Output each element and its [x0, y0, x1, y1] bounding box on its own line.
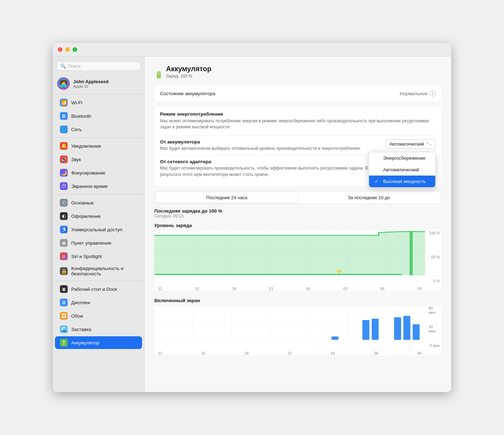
sidebar-label-siri: Siri и Spotlight: [71, 254, 102, 259]
screentime-icon: ⏱: [60, 182, 68, 190]
sidebar-item-general[interactable]: ⚙️ Основные: [55, 196, 142, 209]
sidebar-item-network[interactable]: 🌐 Сеть: [55, 123, 142, 136]
info-button[interactable]: i: [430, 91, 436, 97]
sidebar-label-screensaver: Заставка: [71, 327, 91, 332]
sidebar-label-controlcenter: Пункт управления: [71, 240, 111, 246]
battery-icon: 🔋: [60, 339, 68, 347]
sidebar-item-focus[interactable]: 🌙 Фокусирование: [55, 166, 142, 179]
sidebar-item-siri[interactable]: ◎ Siri и Spotlight: [55, 250, 142, 263]
battery-row-info: От аккумулятора Mac будет автоматически …: [160, 139, 386, 152]
sidebar-label-screentime: Экранное время: [71, 184, 107, 189]
siri-icon: ◎: [60, 252, 68, 260]
chevron-icon: ⌃⌄: [426, 142, 432, 146]
svg-rect-24: [372, 319, 379, 340]
svg-rect-25: [394, 317, 401, 340]
appearance-icon: ◐: [60, 212, 68, 220]
sidebar-item-privacy[interactable]: 🔒 Конфиденциальность и безопасность: [55, 263, 142, 279]
close-button[interactable]: [58, 47, 62, 52]
search-placeholder: Поиск: [68, 63, 81, 69]
screen-y-labels: 60 мин 30 мин 0 мин: [427, 306, 441, 348]
dropdown-option-high-power[interactable]: ✓ Высокая мощность: [369, 176, 435, 187]
sidebar-label-battery: Аккумулятор: [71, 340, 99, 345]
page-subtitle: Заряд: 100 %: [166, 74, 211, 79]
sidebar-divider-1: [53, 94, 144, 94]
power-mode-section: Режим энергопотребления Mac может оптими…: [154, 106, 441, 186]
minimize-button[interactable]: [65, 47, 70, 52]
main-content: 🔋 Аккумулятор Заряд: 100 % Состояние акк…: [145, 56, 451, 392]
time-period-tabs: Последние 24 часа За последние 10 дн: [154, 191, 441, 204]
sidebar-label-sound: Звук: [71, 157, 81, 162]
battery-y-labels: 100 % 50 % 0 %: [427, 231, 441, 283]
avatar: 🧑‍💻: [57, 77, 70, 90]
battery-mode-dropdown-menu: Энергосбережение Автоматический ✓ Высока…: [369, 152, 436, 188]
sidebar-item-battery[interactable]: 🔋 Аккумулятор: [55, 336, 142, 349]
sidebar-label-desktop: Рабочий стол и Dock: [71, 287, 117, 292]
sidebar-item-displays[interactable]: 🖥 Дисплеи: [55, 296, 142, 309]
sidebar-divider-4: [53, 281, 144, 281]
svg-rect-22: [331, 336, 338, 340]
displays-icon: 🖥: [60, 299, 68, 306]
user-profile-item[interactable]: 🧑‍💻 John Appleseed Apple ID: [53, 74, 144, 93]
maximize-button[interactable]: [73, 47, 77, 52]
sidebar-item-wifi[interactable]: 📶 Wi-Fi: [55, 96, 142, 109]
sidebar-item-desktop[interactable]: ▣ Рабочий стол и Dock: [55, 283, 142, 295]
svg-rect-27: [413, 324, 420, 340]
tab-10d[interactable]: За последние 10 дн: [298, 192, 440, 203]
user-subtitle: Apple ID: [73, 84, 109, 88]
sidebar-item-screentime[interactable]: ⏱ Экранное время: [55, 180, 142, 192]
sidebar-divider-2: [53, 137, 144, 138]
last-charge-title: Последняя зарядка до 100 %: [154, 208, 441, 214]
last-charge-subtitle: Сегодня, 09:15: [154, 214, 441, 219]
battery-level-chart-section: Уровень заряда 100 % 50 % 0 %: [154, 223, 441, 291]
screen-chart-inner: [154, 306, 425, 348]
last-charge-info: Последняя зарядка до 100 % Сегодня, 09:1…: [154, 208, 441, 219]
desktop-icon: ▣: [60, 285, 68, 293]
sidebar-item-screensaver[interactable]: 🌊 Заставка: [55, 323, 142, 336]
focus-icon: 🌙: [60, 169, 68, 177]
svg-rect-12: [410, 232, 413, 275]
controlcenter-icon: ▦: [60, 239, 68, 247]
sidebar-item-notifications[interactable]: 🔔 Уведомления: [55, 140, 142, 152]
battery-chart-title: Уровень заряда: [154, 223, 441, 228]
tab-24h[interactable]: Последние 24 часа: [156, 192, 298, 203]
sidebar-item-accessibility[interactable]: ♿ Универсальный доступ: [55, 223, 142, 236]
adapter-row-info: От сетевого адаптера Mac будет оптимизир…: [160, 159, 379, 178]
power-mode-title: Режим энергопотребления: [160, 111, 436, 117]
sidebar-label-bluetooth: Bluetooth: [71, 114, 91, 119]
battery-status-value: Нормальное i: [400, 91, 436, 97]
general-icon: ⚙️: [60, 199, 68, 207]
sidebar-item-controlcenter[interactable]: ▦ Пункт управления: [55, 237, 142, 249]
sidebar-label-displays: Дисплеи: [71, 300, 90, 305]
network-icon: 🌐: [60, 125, 68, 133]
sidebar-item-appearance[interactable]: ◐ Оформление: [55, 210, 142, 222]
sidebar-divider-3: [53, 194, 144, 195]
user-name: John Appleseed: [73, 79, 109, 84]
sidebar-item-sound[interactable]: 🔊 Звук: [55, 153, 142, 166]
user-info: John Appleseed Apple ID: [73, 79, 109, 88]
sidebar-item-wallpaper[interactable]: 🖼 Обои: [55, 310, 142, 322]
search-icon: 🔍: [60, 63, 66, 69]
sidebar-item-bluetooth[interactable]: B Bluetooth: [55, 110, 142, 122]
bluetooth-icon: B: [60, 112, 68, 120]
sidebar-label-privacy: Конфиденциальность и безопасность: [71, 266, 137, 276]
sidebar-label-network: Сеть: [71, 127, 82, 132]
sidebar-label-focus: Фокусирование: [71, 170, 105, 176]
sound-icon: 🔊: [60, 155, 68, 163]
screen-chart-container: 60 мин 30 мин 0 мин: [154, 306, 441, 355]
adapter-row-desc: Mac будет оптимизировать производительно…: [160, 165, 374, 178]
battery-mode-dropdown[interactable]: Автоматический ⌃⌄: [386, 139, 436, 149]
search-bar[interactable]: 🔍 Поиск: [56, 61, 141, 71]
sidebar-label-wifi: Wi-Fi: [71, 100, 82, 105]
wifi-icon: 📶: [60, 99, 68, 106]
battery-power-row: От аккумулятора Mac будет автоматически …: [160, 135, 436, 155]
svg-rect-26: [404, 316, 411, 340]
main-battery-icon: 🔋: [154, 71, 163, 79]
accessibility-icon: ♿: [60, 226, 68, 233]
sidebar-label-accessibility: Универсальный доступ: [71, 227, 122, 232]
titlebar: [53, 43, 451, 56]
dropdown-option-energy-saver[interactable]: Энергосбережение: [369, 152, 435, 164]
battery-status-card: Состояние аккумулятора Нормальное i: [154, 86, 441, 102]
power-mode-desc: Mac может оптимизировать потребление эне…: [160, 118, 436, 130]
dropdown-option-automatic[interactable]: Автоматический: [369, 164, 435, 176]
sidebar: 🔍 Поиск 🧑‍💻 John Appleseed Apple ID 📶 Wi…: [53, 56, 145, 392]
